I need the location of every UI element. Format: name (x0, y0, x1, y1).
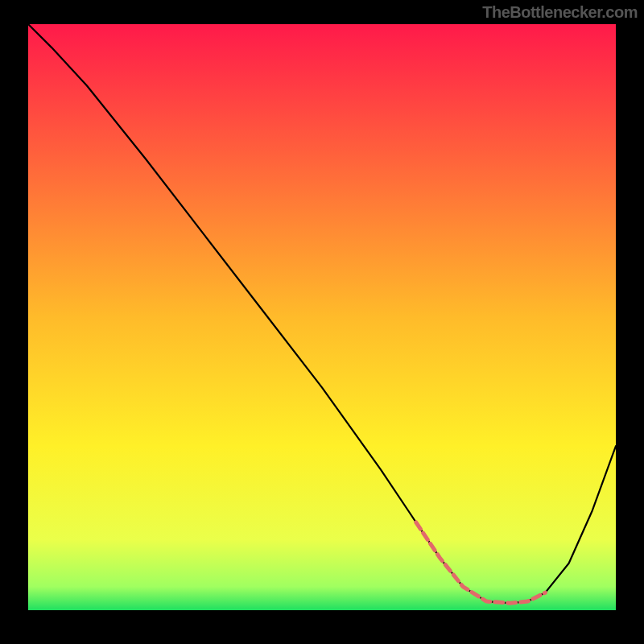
gradient-background (28, 24, 616, 610)
plot-area (28, 24, 616, 610)
chart-container: TheBottlenecker.com (0, 0, 644, 644)
chart-svg (28, 24, 616, 610)
watermark-text: TheBottlenecker.com (482, 3, 638, 22)
